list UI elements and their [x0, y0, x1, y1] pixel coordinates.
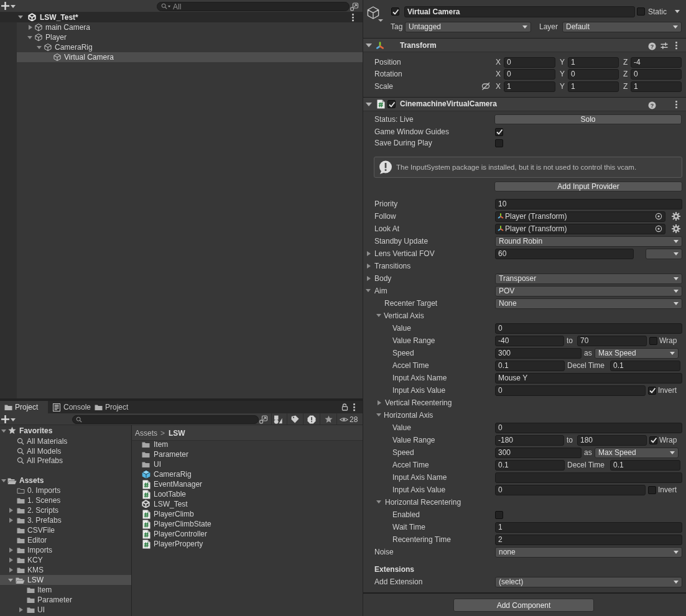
svg-text:?: ?: [651, 103, 654, 109]
svg-text:?: ?: [651, 44, 654, 50]
